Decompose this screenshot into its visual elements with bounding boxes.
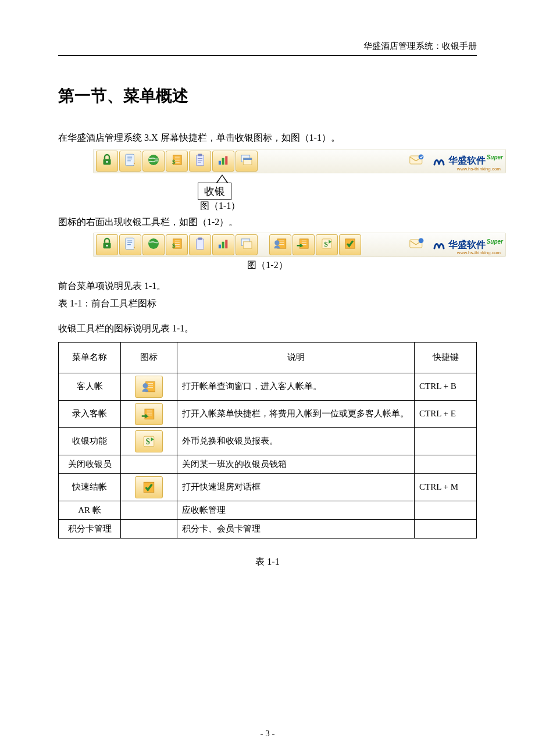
figure-1-1: $ <box>93 149 506 173</box>
globe-icon <box>146 152 161 170</box>
cell-shortcut <box>415 427 477 455</box>
th-shortcut: 快捷键 <box>415 342 477 373</box>
guest-account-icon <box>273 236 288 254</box>
cell-name: 关闭收银员 <box>59 455 121 473</box>
svg-rect-18 <box>126 238 134 249</box>
cell-icon <box>121 455 177 473</box>
svg-rect-9 <box>222 158 224 164</box>
cell-desc: 打开入帐菜单快捷栏，将费用入帐到一位或更多客人帐单。 <box>177 400 415 427</box>
cell-desc: 关闭某一班次的收银员钱箱 <box>177 455 415 473</box>
cell-desc: 积分卡、会员卡管理 <box>177 519 415 538</box>
mail-icon[interactable] <box>409 154 425 169</box>
toolbar-btn-guest-account[interactable] <box>269 234 291 255</box>
table-caption: 表 1-1 <box>58 556 477 568</box>
toolbar-btn-globe[interactable] <box>142 234 165 255</box>
cell-desc: 打开帐单查询窗口，进入客人帐单。 <box>177 373 415 400</box>
toolbar-btn-cashier-func[interactable]: $ <box>316 234 338 255</box>
clipboard-icon <box>192 152 208 170</box>
cell-shortcut: CTRL + E <box>415 400 477 427</box>
svg-rect-28 <box>243 242 252 248</box>
cell-desc: 外币兑换和收银员报表。 <box>177 427 415 455</box>
quick-checkout-icon <box>135 476 163 498</box>
toolbar-btn-cashier[interactable]: $ <box>166 151 188 172</box>
clipboard-icon <box>192 236 208 254</box>
callout-label: 收银 <box>198 183 231 200</box>
toolbar-btn-quick-checkout[interactable] <box>339 234 361 255</box>
table-row: 关闭收银员 关闭某一班次的收银员钱箱 <box>59 455 477 473</box>
shortcut-toolbar-2: $ <box>93 233 506 257</box>
brand-text: 华盛软件 <box>448 239 486 251</box>
note-3: 收银工具栏的图标说明见表 1-1。 <box>58 321 477 336</box>
svg-point-30 <box>274 241 279 245</box>
svg-point-15 <box>418 154 423 159</box>
cell-shortcut <box>415 455 477 473</box>
toolbar-btn-clipboard[interactable] <box>189 151 211 172</box>
intro-paragraph-2: 图标的右面出现收银工具栏，如图（1-2）。 <box>58 215 477 230</box>
cell-shortcut <box>415 519 477 538</box>
window-icon <box>239 236 254 254</box>
chart-icon <box>216 236 231 254</box>
svg-rect-10 <box>225 156 227 165</box>
toolbar-btn-post-account[interactable] <box>293 234 315 255</box>
toolbar-btn-window[interactable] <box>236 151 258 172</box>
table-row: AR 帐 应收帐管理 <box>59 501 477 519</box>
brand-logo: 华盛软件 Super www.hs-thinking.com <box>432 238 503 252</box>
toolbar-btn-cashier[interactable]: $ <box>166 234 188 255</box>
guest-account-icon <box>135 376 163 398</box>
cashier-icon: $ <box>169 152 184 170</box>
svg-rect-7 <box>198 154 202 156</box>
document-page: 华盛酒店管理系统：收银手册 第一节、菜单概述 在华盛酒店管理系统 3.X 屏幕快… <box>0 0 535 756</box>
figure-1-1-label: 图（1-1） <box>200 200 240 212</box>
toolbar-btn-clipboard[interactable] <box>189 234 211 255</box>
svg-text:$: $ <box>324 240 328 248</box>
post-account-icon <box>135 403 163 425</box>
brand-logo: 华盛软件 Super www.hs-thinking.com <box>432 154 503 168</box>
svg-rect-8 <box>219 161 221 165</box>
cashier-icon: $ <box>169 236 184 254</box>
table-header-row: 菜单名称 图标 说明 快捷键 <box>59 342 477 373</box>
post-account-icon <box>296 236 311 254</box>
globe-icon <box>146 236 161 254</box>
cell-icon <box>121 519 177 538</box>
toolbar-btn-lock[interactable] <box>96 234 118 255</box>
cell-name: 收银功能 <box>59 427 121 455</box>
toolbar-btn-chart[interactable] <box>212 151 234 172</box>
table-row: 客人帐 打开帐单查询窗口，进入客人帐单。 CTRL + B <box>59 373 477 400</box>
quick-checkout-icon <box>343 236 358 254</box>
toolbar-btn-globe[interactable] <box>142 151 165 172</box>
svg-point-38 <box>143 383 148 388</box>
toolbar-btn-lock[interactable] <box>96 151 118 172</box>
svg-text:$: $ <box>172 242 176 249</box>
cell-name: 客人帐 <box>59 373 121 400</box>
table-row: 积分卡管理 积分卡、会员卡管理 <box>59 519 477 538</box>
brand-super: Super <box>487 154 503 161</box>
toolbar-btn-chart[interactable] <box>212 234 234 255</box>
svg-rect-22 <box>197 239 204 249</box>
lock-icon <box>99 152 115 170</box>
svg-rect-2 <box>126 154 134 166</box>
svg-rect-13 <box>243 158 252 159</box>
chart-icon <box>216 152 231 170</box>
svg-point-1 <box>106 161 108 162</box>
brand-glyph-icon <box>432 154 446 168</box>
th-icon: 图标 <box>121 342 177 373</box>
cell-icon <box>121 373 177 400</box>
toolbar-btn-edit[interactable] <box>119 151 141 172</box>
page-number: - 3 - <box>0 729 535 739</box>
svg-point-36 <box>418 238 423 244</box>
cell-shortcut: CTRL + M <box>415 473 477 501</box>
mail-icon[interactable] <box>409 237 425 252</box>
toolbar-btn-edit[interactable] <box>119 234 141 255</box>
brand-glyph-icon <box>432 238 446 252</box>
cell-icon <box>121 501 177 519</box>
cell-icon <box>121 400 177 427</box>
brand-sub: www.hs-thinking.com <box>457 166 501 172</box>
table-row: 录入客帐 打开入帐菜单快捷栏，将费用入帐到一位或更多客人帐单。 CTRL + E <box>59 400 477 427</box>
callout-cashier: 收银 图（1-1） <box>198 174 256 212</box>
edit-icon <box>123 236 138 254</box>
table-row: 快速结帐 打开快速退房对话框 CTRL + M <box>59 473 477 501</box>
toolbar-btn-window[interactable] <box>236 234 258 255</box>
cell-icon <box>121 473 177 501</box>
cell-shortcut <box>415 501 477 519</box>
toolbar-description-table: 菜单名称 图标 说明 快捷键 客人帐 打开帐单查询窗口，进入客人帐单。 CTRL… <box>58 342 477 539</box>
